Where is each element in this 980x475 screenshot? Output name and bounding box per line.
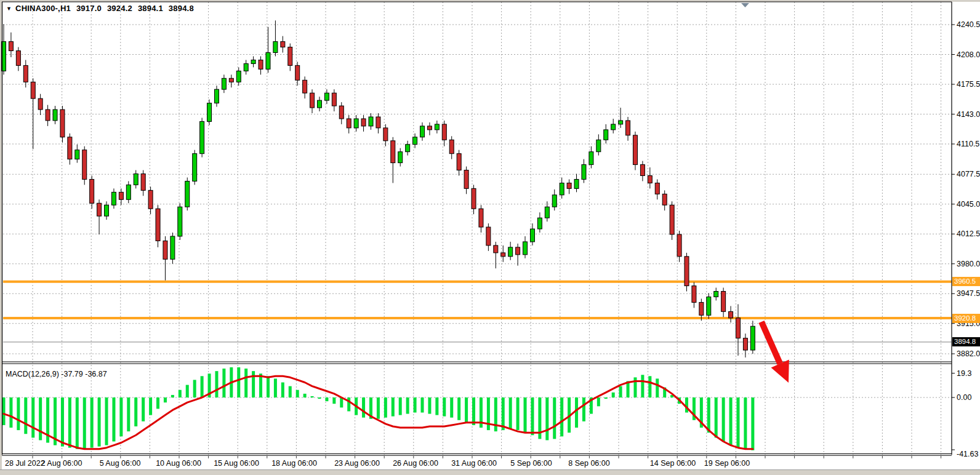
macd-histogram-bar bbox=[347, 397, 350, 411]
macd-histogram-bar bbox=[362, 397, 365, 418]
macd-histogram-bar bbox=[707, 397, 710, 433]
macd-histogram-bar bbox=[127, 397, 130, 431]
candle-bullish bbox=[420, 126, 425, 137]
macd-histogram-bar bbox=[744, 397, 747, 449]
candle-bearish bbox=[384, 128, 388, 141]
symbol-dropdown-icon[interactable]: ▼ bbox=[6, 6, 12, 12]
candle-bearish bbox=[288, 47, 292, 66]
macd-indicator-label: MACD(12,26,9) -37.79 -36.87 bbox=[6, 370, 107, 378]
candle-bearish bbox=[464, 170, 468, 189]
candle-bearish bbox=[486, 227, 491, 245]
candle-bullish bbox=[574, 179, 579, 188]
candle-bearish bbox=[743, 338, 747, 350]
candle-bearish bbox=[736, 318, 741, 338]
macd-histogram-bar bbox=[76, 397, 79, 449]
macd-histogram-bar bbox=[186, 385, 189, 397]
candle-bearish bbox=[148, 190, 153, 209]
macd-histogram-bar bbox=[296, 390, 299, 397]
macd-histogram-bar bbox=[332, 397, 335, 404]
macd-histogram-bar bbox=[641, 375, 644, 397]
macd-histogram-bar bbox=[619, 386, 622, 397]
macd-histogram-bar bbox=[39, 397, 42, 440]
candle-bearish bbox=[501, 253, 505, 257]
macd-histogram-bar bbox=[215, 371, 218, 397]
candle-bearish bbox=[310, 93, 315, 108]
candle-bullish bbox=[435, 124, 439, 130]
macd-histogram-bar bbox=[428, 397, 431, 414]
macd-histogram-bar bbox=[545, 397, 548, 440]
candle-bullish bbox=[560, 183, 564, 194]
candle-bullish bbox=[317, 100, 321, 108]
time-label: 26 Aug 06:00 bbox=[393, 459, 438, 468]
macd-histogram-bar bbox=[553, 397, 556, 439]
macd-histogram-bar bbox=[715, 397, 718, 437]
candle-bullish bbox=[369, 117, 373, 126]
macd-histogram-bar bbox=[450, 397, 453, 418]
candle-bullish bbox=[207, 103, 212, 122]
candle-bearish bbox=[156, 209, 160, 241]
macd-histogram-bar bbox=[465, 397, 468, 423]
time-label: 2 Aug 06:00 bbox=[41, 459, 82, 468]
candle-bullish bbox=[530, 229, 534, 242]
candle-bullish bbox=[707, 297, 711, 315]
candle-bullish bbox=[266, 53, 270, 70]
macd-histogram-bar bbox=[252, 371, 255, 397]
candle-bullish bbox=[171, 236, 175, 259]
time-label: 19 Sep 06:00 bbox=[704, 459, 750, 468]
candle-bullish bbox=[111, 192, 116, 205]
macd-histogram-bar bbox=[193, 380, 196, 397]
candle-bearish bbox=[729, 311, 733, 317]
candle-bullish bbox=[105, 205, 109, 216]
candle-bearish bbox=[648, 175, 652, 183]
candle-bearish bbox=[303, 80, 307, 93]
symbol-infobar: ▼CHINA300-,H13917.03924.23894.13894.8 bbox=[6, 4, 194, 13]
macd-histogram-bar bbox=[384, 397, 387, 418]
macd-histogram-bar bbox=[289, 386, 292, 397]
candle-bullish bbox=[178, 207, 182, 236]
candle-bearish bbox=[721, 292, 726, 312]
time-label: 18 Aug 06:00 bbox=[271, 459, 317, 468]
macd-histogram-bar bbox=[582, 397, 585, 421]
candle-bearish bbox=[633, 135, 637, 165]
price-tick-label: 4143.0 bbox=[957, 110, 980, 119]
price-tick-label: 4240.5 bbox=[957, 20, 980, 29]
candle-bearish bbox=[457, 154, 461, 170]
candle-bullish bbox=[714, 292, 718, 297]
macd-histogram-bar bbox=[112, 397, 115, 441]
macd-histogram-bar bbox=[31, 397, 34, 437]
macd-histogram-bar bbox=[68, 397, 71, 448]
candle-bullish bbox=[619, 121, 623, 124]
macd-histogram-bar bbox=[281, 382, 284, 397]
price-tick-label: 4110.5 bbox=[957, 140, 979, 148]
macd-histogram-bar bbox=[303, 394, 307, 397]
macd-histogram-bar bbox=[516, 397, 520, 430]
macd-histogram-bar bbox=[325, 397, 328, 401]
candle-bearish bbox=[626, 121, 630, 135]
time-label: 15 Aug 06:00 bbox=[214, 459, 259, 468]
price-tick-label: 4012.5 bbox=[957, 230, 980, 238]
candle-bearish bbox=[332, 93, 336, 106]
candle-bullish bbox=[222, 78, 226, 89]
candle-bearish bbox=[281, 42, 285, 47]
candle-bearish bbox=[60, 110, 65, 137]
candle-bearish bbox=[685, 257, 689, 286]
candle-bearish bbox=[68, 137, 72, 159]
candle-bullish bbox=[537, 218, 542, 229]
macd-histogram-bar bbox=[685, 397, 688, 413]
candle-bearish bbox=[670, 205, 674, 234]
candle-bullish bbox=[324, 93, 329, 100]
candle-bearish bbox=[516, 247, 520, 255]
chart-canvas[interactable]: 4240.54208.04175.54143.04110.54077.54045… bbox=[0, 0, 980, 475]
candle-bullish bbox=[236, 71, 241, 82]
candle-bullish bbox=[398, 152, 403, 163]
candle-bullish bbox=[75, 150, 79, 159]
macd-histogram-bar bbox=[90, 397, 94, 448]
macd-tick-label: 0.00 bbox=[957, 393, 971, 402]
time-label: 5 Aug 06:00 bbox=[100, 459, 141, 468]
price-tick-label: 3882.0 bbox=[957, 349, 980, 358]
macd-histogram-bar bbox=[134, 397, 137, 426]
candle-bearish bbox=[141, 174, 145, 191]
candle-bearish bbox=[295, 65, 300, 80]
candle-bullish bbox=[508, 247, 513, 257]
macd-histogram-bar bbox=[729, 397, 733, 445]
